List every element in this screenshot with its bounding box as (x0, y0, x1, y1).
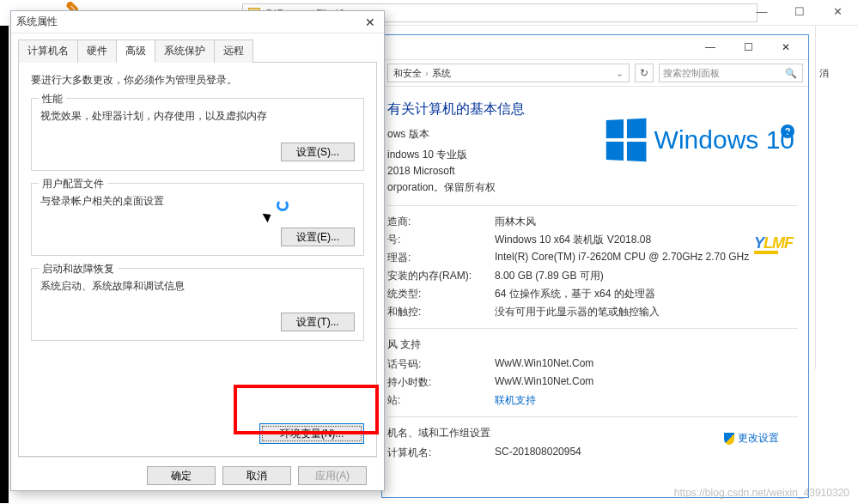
tab-system-protection[interactable]: 系统保护 (155, 39, 215, 63)
ram-value: 8.00 GB (7.89 GB 可用) (495, 269, 798, 283)
breadcrumb-seg2: 系统 (432, 67, 451, 80)
performance-legend: 性能 (39, 92, 66, 106)
change-settings-link[interactable]: 更改设置 (724, 431, 779, 446)
sysprops-close-button[interactable]: ✕ (362, 15, 379, 30)
sysinfo-titlebar: — ☐ ✕ (382, 35, 808, 59)
support-phone-label: 话号码: (387, 357, 495, 372)
computer-name-value: SC-201808020954 (495, 446, 798, 460)
manufacturer-value: 雨林木风 (495, 215, 798, 229)
copyright-line-1: 2018 Microsoft (387, 163, 798, 179)
startup-recovery-legend: 启动和故障恢复 (39, 262, 118, 276)
change-settings-text: 更改设置 (738, 431, 779, 446)
computer-name-table: 计算机名: SC-201808020954 (387, 446, 798, 460)
tab-computer-name[interactable]: 计算机名 (18, 39, 78, 63)
shield-icon (724, 433, 734, 445)
close-button[interactable]: ✕ (818, 0, 856, 22)
performance-settings-button[interactable]: 设置(S)... (281, 143, 355, 161)
search-placeholder: 搜索控制面板 (663, 67, 720, 80)
sysprops-footer: 确定 取消 应用(A) (18, 457, 377, 490)
tab-remote[interactable]: 远程 (214, 39, 253, 63)
computer-name-label: 计算机名: (387, 446, 495, 460)
ram-label: 安装的内存(RAM): (387, 269, 495, 283)
user-profile-group: 用户配置文件 与登录帐户相关的桌面设置 设置(E)... (31, 183, 364, 256)
model-value: Windows 10 x64 装机版 V2018.08 (495, 233, 798, 247)
control-panel-search-input[interactable]: 搜索控制面板 🔍 (659, 64, 803, 82)
pen-touch-value: 没有可用于此显示器的笔或触控输入 (495, 305, 798, 319)
breadcrumb[interactable]: 和安全 › 系统 ⌄ (387, 64, 630, 82)
user-profile-settings-button[interactable]: 设置(E)... (281, 228, 355, 246)
startup-recovery-settings-button[interactable]: 设置(T)... (281, 313, 355, 331)
model-label: 号: (387, 233, 495, 247)
manufacturer-label: 造商: (387, 215, 495, 229)
advanced-tab-panel: 要进行大多数更改，你必须作为管理员登录。 性能 视觉效果，处理器计划，内存使用，… (18, 62, 377, 457)
support-hours-label: 持小时数: (387, 375, 495, 390)
admin-note: 要进行大多数更改，你必须作为管理员登录。 (31, 73, 364, 88)
processor-value: Intel(R) Core(TM) i7-2620M CPU @ 2.70GHz… (495, 251, 798, 265)
performance-group: 性能 视觉效果，处理器计划，内存使用，以及虚拟内存 设置(S)... (31, 98, 364, 171)
tab-advanced[interactable]: 高级 (116, 39, 155, 63)
apply-button: 应用(A) (298, 466, 367, 485)
windows10-logo-text: Windows 10 (654, 125, 794, 155)
ok-button[interactable]: 确定 (147, 466, 216, 485)
system-type-label: 统类型: (387, 287, 495, 301)
right-panel-sliver: 消 (815, 26, 858, 369)
chevron-right-icon: › (425, 68, 429, 78)
user-profile-desc: 与登录帐户相关的桌面设置 (40, 194, 355, 209)
maximize-button[interactable]: ☐ (781, 0, 818, 22)
environment-variables-button[interactable]: 环境变量(N)... (259, 423, 364, 444)
refresh-button[interactable]: ↻ (635, 64, 654, 82)
explorer-window-controls: — ☐ ✕ (743, 0, 856, 22)
sysinfo-heading: 有关计算机的基本信息 (387, 100, 798, 118)
tab-hardware[interactable]: 硬件 (77, 39, 117, 63)
support-header: 风 支持 (387, 337, 798, 352)
sysinfo-minimize-button[interactable]: — (691, 36, 729, 58)
windows-icon (605, 118, 646, 161)
pen-touch-label: 和触控: (387, 305, 495, 319)
startup-recovery-group: 启动和故障恢复 系统启动、系统故障和调试信息 设置(T)... (31, 268, 364, 341)
processor-label: 理器: (387, 251, 495, 265)
chevron-down-icon[interactable]: ⌄ (616, 68, 624, 79)
breadcrumb-seg1: 和安全 (393, 67, 422, 80)
cancel-button[interactable]: 取消 (222, 466, 291, 485)
minimize-button[interactable]: — (743, 0, 781, 22)
support-hours-value: WwW.Win10Net.Com (495, 375, 798, 390)
support-table: 话号码: WwW.Win10Net.Com 持小时数: WwW.Win10Net… (387, 357, 798, 408)
system-specs-table: 造商: 雨林木风 号: Windows 10 x64 装机版 V2018.08 … (387, 215, 798, 319)
background-left-strip (0, 26, 9, 503)
system-properties-dialog: 系统属性 ✕ 计算机名 硬件 高级 系统保护 远程 要进行大多数更改，你必须作为… (10, 10, 385, 491)
sysprops-title: 系统属性 (16, 15, 362, 29)
performance-desc: 视觉效果，处理器计划，内存使用，以及虚拟内存 (40, 109, 355, 124)
sysprops-titlebar: 系统属性 ✕ (11, 11, 384, 33)
sliver-text: 消 (819, 67, 829, 80)
sysprops-tabs: 计算机名 硬件 高级 系统保护 远程 (18, 39, 377, 62)
search-icon: 🔍 (785, 68, 797, 79)
system-type-value: 64 位操作系统，基于 x64 的处理器 (495, 287, 798, 301)
startup-recovery-desc: 系统启动、系统故障和调试信息 (40, 279, 355, 294)
environment-variables-row: 环境变量(N)... (31, 416, 364, 447)
ylmf-logo: YLMF (754, 234, 793, 252)
sysinfo-maximize-button[interactable]: ☐ (729, 36, 767, 58)
user-profile-legend: 用户配置文件 (39, 177, 107, 191)
support-site-label: 站: (387, 393, 495, 408)
watermark: https://blog.csdn.net/weixin_43910320 (674, 487, 849, 499)
copyright-line-2: orporation。保留所有权 (387, 179, 798, 196)
support-site-link[interactable]: 联机支持 (495, 394, 536, 406)
windows10-logo: Windows 10 (605, 119, 794, 161)
support-phone-value: WwW.Win10Net.Com (495, 357, 798, 372)
sysinfo-close-button[interactable]: ✕ (767, 36, 805, 58)
system-info-window: — ☐ ✕ 和安全 › 系统 ⌄ ↻ 搜索控制面板 🔍 ? 有关计算机的基本信息… (381, 34, 809, 498)
sysinfo-address-row: 和安全 › 系统 ⌄ ↻ 搜索控制面板 🔍 (382, 59, 808, 87)
